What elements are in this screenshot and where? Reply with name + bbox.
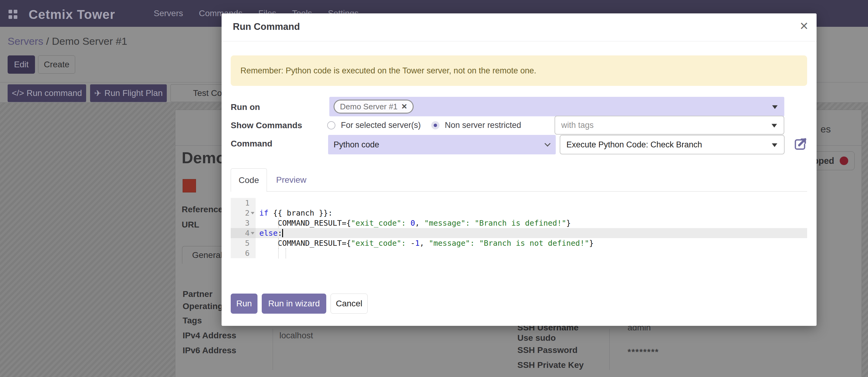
- command-select[interactable]: Execute Python Code: Check Branch: [560, 135, 785, 154]
- operating-system-label: Operating: [183, 301, 223, 311]
- command-value: Execute Python Code: Check Branch: [566, 140, 702, 149]
- command-type-value: Python code: [334, 140, 379, 149]
- run-command-modal: Run Command ✕ Remember: Python code is e…: [222, 13, 816, 326]
- code-line[interactable]: 5 COMMAND_RESULT={"exit_code": -1, "mess…: [231, 238, 807, 248]
- radio-for-selected-servers-label[interactable]: For selected server(s): [341, 121, 421, 130]
- ipv6-label: IPv6 Address: [183, 346, 236, 355]
- chevron-down-icon: [772, 143, 777, 147]
- chevron-down-icon: [772, 124, 777, 127]
- app-logo[interactable]: Cetmix Tower: [29, 7, 115, 22]
- tab-preview[interactable]: Preview: [267, 168, 316, 191]
- edit-button[interactable]: Edit: [8, 55, 35, 74]
- ssh-private-key-label: SSH Private Key: [517, 360, 584, 370]
- fold-caret-slot: [250, 238, 256, 248]
- run-command-button[interactable]: </> Run command: [8, 84, 86, 102]
- breadcrumb-separator: /: [46, 35, 49, 47]
- truncated-stat-label: es: [820, 124, 831, 135]
- fold-caret-slot: [250, 198, 256, 208]
- code-brackets-icon: </>: [12, 88, 24, 98]
- nav-item-servers[interactable]: Servers: [154, 8, 183, 18]
- divider: [609, 329, 610, 370]
- with-tags-placeholder: with tags: [561, 121, 594, 130]
- divider: [231, 191, 807, 192]
- radio-non-server-restricted-label[interactable]: Non server restricted: [445, 121, 521, 130]
- use-sudo-label: Use sudo: [517, 333, 556, 343]
- fold-caret-icon[interactable]: [250, 228, 256, 238]
- show-commands-radio-group: For selected server(s) Non server restri…: [327, 116, 521, 135]
- chevron-down-icon: [545, 141, 551, 147]
- radio-non-server-restricted[interactable]: [431, 121, 439, 129]
- run-on-label: Run on: [231, 102, 260, 112]
- code-line[interactable]: 4else:: [231, 228, 807, 238]
- run-button[interactable]: Run: [231, 294, 257, 314]
- run-flight-plan-button[interactable]: ✈ Run Flight Plan: [90, 84, 167, 102]
- apps-grid-icon[interactable]: [8, 10, 18, 19]
- code-line[interactable]: 3 COMMAND_RESULT={"exit_code": 0, "messa…: [231, 218, 807, 228]
- url-label: URL: [182, 220, 199, 230]
- server-chip-label: Demo Server #1: [340, 102, 398, 112]
- breadcrumb-current: Demo Server #1: [52, 35, 127, 47]
- fold-caret-slot: [250, 248, 256, 258]
- with-tags-select[interactable]: with tags: [555, 116, 784, 135]
- ssh-password-value: ********: [627, 347, 659, 357]
- fold-caret-slot: [250, 218, 256, 228]
- text-cursor: [282, 229, 283, 237]
- divider: [273, 329, 273, 370]
- ssh-password-label: SSH Password: [517, 345, 578, 355]
- screen: Cetmix Tower Servers Commands Files Tool…: [0, 0, 868, 377]
- cancel-button[interactable]: Cancel: [331, 294, 368, 314]
- run-command-label: Run command: [27, 88, 82, 98]
- run-flight-plan-label: Run Flight Plan: [104, 88, 162, 98]
- reference-label: Reference: [182, 205, 223, 214]
- run-in-wizard-button[interactable]: Run in wizard: [262, 294, 326, 314]
- tags-label: Tags: [183, 316, 202, 325]
- server-title: Demo: [182, 149, 225, 167]
- code-line[interactable]: 1: [231, 198, 807, 208]
- partner-label: Partner: [183, 289, 212, 299]
- code-line[interactable]: 2if {{ branch }}:: [231, 208, 807, 218]
- server-color-swatch[interactable]: [183, 179, 196, 193]
- breadcrumb-servers-link[interactable]: Servers: [8, 35, 43, 47]
- ipv4-label: IPv4 Address: [183, 331, 236, 341]
- show-commands-label: Show Commands: [231, 121, 302, 130]
- close-icon[interactable]: ✕: [800, 21, 809, 32]
- code-lines: 12if {{ branch }}:3 COMMAND_RESULT={"exi…: [231, 198, 807, 258]
- fold-caret-icon[interactable]: [250, 208, 256, 218]
- warning-banner: Remember: Python code is executed on the…: [231, 55, 807, 86]
- modal-title: Run Command: [233, 21, 300, 32]
- modal-header: Run Command ✕: [222, 13, 816, 41]
- create-button[interactable]: Create: [38, 55, 75, 74]
- tab-code[interactable]: Code: [231, 168, 267, 192]
- external-link-icon[interactable]: [793, 137, 808, 152]
- server-chip[interactable]: Demo Server #1 ✕: [334, 99, 413, 114]
- status-stopped-dot-icon: [840, 156, 848, 165]
- radio-for-selected-servers[interactable]: [327, 121, 335, 129]
- breadcrumb: Servers / Demo Server #1: [8, 35, 127, 47]
- code-line[interactable]: 6: [231, 248, 807, 258]
- plane-icon: ✈: [94, 88, 101, 98]
- chevron-down-icon: [772, 105, 778, 109]
- command-label: Command: [231, 139, 272, 149]
- chip-remove-icon[interactable]: ✕: [401, 102, 407, 111]
- command-type-select[interactable]: Python code: [328, 135, 556, 154]
- ipv4-value: localhost: [279, 331, 313, 341]
- code-editor[interactable]: 12if {{ branch }}:3 COMMAND_RESULT={"exi…: [231, 198, 807, 260]
- run-on-select[interactable]: Demo Server #1 ✕: [329, 97, 784, 116]
